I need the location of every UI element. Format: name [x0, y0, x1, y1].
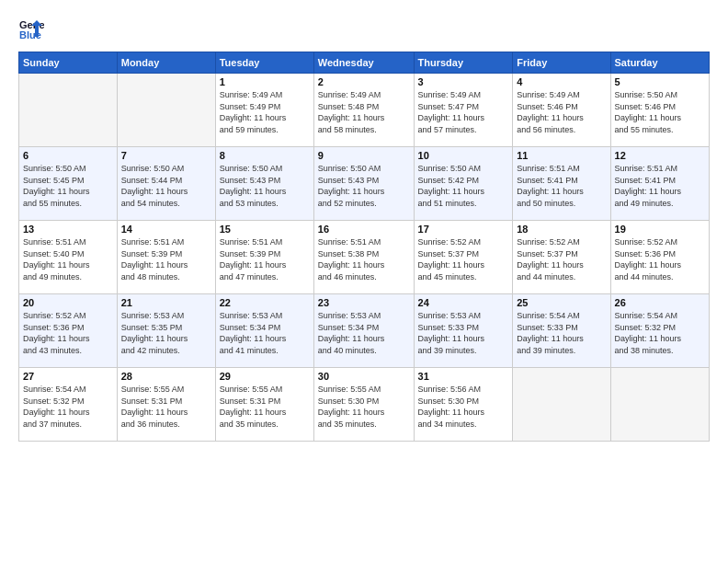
calendar-cell: 18Sunrise: 5:52 AM Sunset: 5:37 PM Dayli…: [513, 221, 610, 294]
day-info: Sunrise: 5:50 AM Sunset: 5:42 PM Dayligh…: [418, 163, 509, 209]
day-info: Sunrise: 5:52 AM Sunset: 5:36 PM Dayligh…: [615, 236, 705, 282]
day-info: Sunrise: 5:53 AM Sunset: 5:34 PM Dayligh…: [220, 310, 310, 356]
col-header-friday: Friday: [513, 52, 610, 74]
calendar-cell: [117, 74, 215, 147]
calendar-cell: 6Sunrise: 5:50 AM Sunset: 5:45 PM Daylig…: [19, 147, 118, 221]
day-number: 10: [418, 150, 509, 161]
day-info: Sunrise: 5:50 AM Sunset: 5:43 PM Dayligh…: [220, 163, 310, 209]
calendar-cell: 20Sunrise: 5:52 AM Sunset: 5:36 PM Dayli…: [19, 294, 118, 368]
day-number: 1: [220, 76, 310, 87]
calendar-cell: 12Sunrise: 5:51 AM Sunset: 5:41 PM Dayli…: [610, 147, 709, 221]
calendar-cell: 19Sunrise: 5:52 AM Sunset: 5:36 PM Dayli…: [610, 221, 709, 294]
calendar-cell: 4Sunrise: 5:49 AM Sunset: 5:46 PM Daylig…: [513, 74, 610, 147]
calendar-cell: [513, 368, 610, 442]
calendar-cell: [19, 74, 118, 147]
calendar-cell: 3Sunrise: 5:49 AM Sunset: 5:47 PM Daylig…: [414, 74, 513, 147]
calendar-cell: 13Sunrise: 5:51 AM Sunset: 5:40 PM Dayli…: [19, 221, 118, 294]
day-number: 21: [121, 297, 211, 308]
calendar-cell: 8Sunrise: 5:50 AM Sunset: 5:43 PM Daylig…: [215, 147, 313, 221]
day-number: 31: [418, 371, 509, 382]
day-info: Sunrise: 5:51 AM Sunset: 5:40 PM Dayligh…: [23, 236, 113, 282]
day-number: 20: [23, 297, 113, 308]
day-number: 30: [318, 371, 410, 382]
calendar-cell: 31Sunrise: 5:56 AM Sunset: 5:30 PM Dayli…: [414, 368, 513, 442]
calendar-cell: 24Sunrise: 5:53 AM Sunset: 5:33 PM Dayli…: [414, 294, 513, 368]
calendar-cell: 16Sunrise: 5:51 AM Sunset: 5:38 PM Dayli…: [313, 221, 414, 294]
day-number: 17: [418, 224, 509, 235]
day-info: Sunrise: 5:49 AM Sunset: 5:49 PM Dayligh…: [220, 89, 310, 135]
day-number: 15: [220, 224, 310, 235]
day-info: Sunrise: 5:50 AM Sunset: 5:45 PM Dayligh…: [23, 163, 113, 209]
calendar-cell: 25Sunrise: 5:54 AM Sunset: 5:33 PM Dayli…: [513, 294, 610, 368]
day-info: Sunrise: 5:51 AM Sunset: 5:38 PM Dayligh…: [318, 236, 410, 282]
day-info: Sunrise: 5:51 AM Sunset: 5:39 PM Dayligh…: [220, 236, 310, 282]
calendar-week-row: 6Sunrise: 5:50 AM Sunset: 5:45 PM Daylig…: [19, 147, 710, 221]
logo: General Blue: [18, 17, 48, 42]
calendar-cell: 23Sunrise: 5:53 AM Sunset: 5:34 PM Dayli…: [313, 294, 414, 368]
calendar-cell: 26Sunrise: 5:54 AM Sunset: 5:32 PM Dayli…: [610, 294, 709, 368]
calendar: SundayMondayTuesdayWednesdayThursdayFrid…: [18, 52, 710, 442]
day-number: 13: [23, 224, 113, 235]
day-number: 25: [517, 297, 606, 308]
day-number: 12: [615, 150, 705, 161]
day-number: 16: [318, 224, 410, 235]
day-info: Sunrise: 5:55 AM Sunset: 5:30 PM Dayligh…: [318, 384, 410, 430]
day-info: Sunrise: 5:53 AM Sunset: 5:33 PM Dayligh…: [418, 310, 509, 356]
col-header-tuesday: Tuesday: [215, 52, 313, 74]
col-header-monday: Monday: [117, 52, 215, 74]
day-info: Sunrise: 5:53 AM Sunset: 5:35 PM Dayligh…: [121, 310, 211, 356]
day-info: Sunrise: 5:55 AM Sunset: 5:31 PM Dayligh…: [220, 384, 310, 430]
day-info: Sunrise: 5:54 AM Sunset: 5:33 PM Dayligh…: [517, 310, 606, 356]
calendar-cell: 22Sunrise: 5:53 AM Sunset: 5:34 PM Dayli…: [215, 294, 313, 368]
calendar-cell: 21Sunrise: 5:53 AM Sunset: 5:35 PM Dayli…: [117, 294, 215, 368]
col-header-sunday: Sunday: [19, 52, 118, 74]
day-info: Sunrise: 5:51 AM Sunset: 5:41 PM Dayligh…: [517, 163, 606, 209]
day-number: 7: [121, 150, 211, 161]
day-info: Sunrise: 5:52 AM Sunset: 5:37 PM Dayligh…: [418, 236, 509, 282]
day-number: 29: [220, 371, 310, 382]
day-info: Sunrise: 5:55 AM Sunset: 5:31 PM Dayligh…: [121, 384, 211, 430]
day-number: 18: [517, 224, 606, 235]
day-number: 14: [121, 224, 211, 235]
calendar-cell: 15Sunrise: 5:51 AM Sunset: 5:39 PM Dayli…: [215, 221, 313, 294]
calendar-cell: 7Sunrise: 5:50 AM Sunset: 5:44 PM Daylig…: [117, 147, 215, 221]
calendar-cell: 28Sunrise: 5:55 AM Sunset: 5:31 PM Dayli…: [117, 368, 215, 442]
day-info: Sunrise: 5:53 AM Sunset: 5:34 PM Dayligh…: [318, 310, 410, 356]
day-info: Sunrise: 5:50 AM Sunset: 5:43 PM Dayligh…: [318, 163, 410, 209]
calendar-cell: 14Sunrise: 5:51 AM Sunset: 5:39 PM Dayli…: [117, 221, 215, 294]
calendar-cell: 17Sunrise: 5:52 AM Sunset: 5:37 PM Dayli…: [414, 221, 513, 294]
day-number: 11: [517, 150, 606, 161]
calendar-week-row: 20Sunrise: 5:52 AM Sunset: 5:36 PM Dayli…: [19, 294, 710, 368]
col-header-thursday: Thursday: [414, 52, 513, 74]
day-number: 24: [418, 297, 509, 308]
day-info: Sunrise: 5:56 AM Sunset: 5:30 PM Dayligh…: [418, 384, 509, 430]
day-info: Sunrise: 5:51 AM Sunset: 5:39 PM Dayligh…: [121, 236, 211, 282]
day-number: 4: [517, 76, 606, 87]
calendar-cell: 27Sunrise: 5:54 AM Sunset: 5:32 PM Dayli…: [19, 368, 118, 442]
logo-icon: General Blue: [18, 17, 44, 42]
col-header-saturday: Saturday: [610, 52, 709, 74]
calendar-week-row: 13Sunrise: 5:51 AM Sunset: 5:40 PM Dayli…: [19, 221, 710, 294]
day-info: Sunrise: 5:49 AM Sunset: 5:47 PM Dayligh…: [418, 89, 509, 135]
day-info: Sunrise: 5:54 AM Sunset: 5:32 PM Dayligh…: [615, 310, 705, 356]
calendar-cell: 11Sunrise: 5:51 AM Sunset: 5:41 PM Dayli…: [513, 147, 610, 221]
day-number: 27: [23, 371, 113, 382]
day-number: 9: [318, 150, 410, 161]
day-info: Sunrise: 5:51 AM Sunset: 5:41 PM Dayligh…: [615, 163, 705, 209]
day-number: 6: [23, 150, 113, 161]
day-number: 8: [220, 150, 310, 161]
day-number: 23: [318, 297, 410, 308]
day-number: 26: [615, 297, 705, 308]
day-info: Sunrise: 5:54 AM Sunset: 5:32 PM Dayligh…: [23, 384, 113, 430]
calendar-header-row: SundayMondayTuesdayWednesdayThursdayFrid…: [19, 52, 710, 74]
day-number: 28: [121, 371, 211, 382]
day-info: Sunrise: 5:49 AM Sunset: 5:48 PM Dayligh…: [318, 89, 410, 135]
calendar-cell: 10Sunrise: 5:50 AM Sunset: 5:42 PM Dayli…: [414, 147, 513, 221]
calendar-week-row: 1Sunrise: 5:49 AM Sunset: 5:49 PM Daylig…: [19, 74, 710, 147]
day-number: 3: [418, 76, 509, 87]
col-header-wednesday: Wednesday: [313, 52, 414, 74]
day-info: Sunrise: 5:50 AM Sunset: 5:46 PM Dayligh…: [615, 89, 705, 135]
calendar-cell: 2Sunrise: 5:49 AM Sunset: 5:48 PM Daylig…: [313, 74, 414, 147]
calendar-cell: 30Sunrise: 5:55 AM Sunset: 5:30 PM Dayli…: [313, 368, 414, 442]
day-info: Sunrise: 5:52 AM Sunset: 5:36 PM Dayligh…: [23, 310, 113, 356]
